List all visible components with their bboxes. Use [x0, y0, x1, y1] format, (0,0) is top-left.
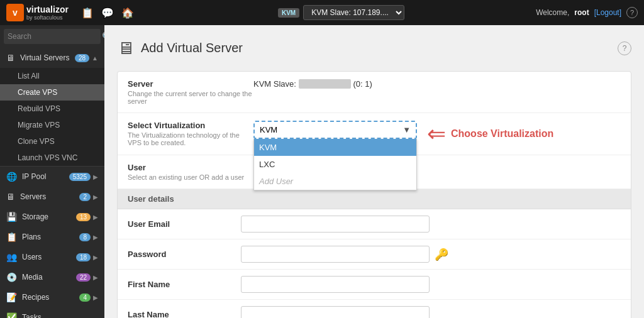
- plans-badge: 8: [79, 233, 91, 241]
- server-hint: Change the current server to change the …: [128, 90, 253, 105]
- media-badge: 22: [76, 273, 91, 282]
- sidebar-item-media[interactable]: 💿 Media 22 ▶: [0, 267, 104, 287]
- new-server-icon[interactable]: 📋: [81, 7, 94, 19]
- sidebar-item-rebuild-vps[interactable]: Rebuild VPS: [0, 101, 104, 117]
- virt-option-add-user: Add User: [254, 173, 416, 190]
- virt-label-col: Select Virtualization The Virtualization…: [128, 121, 253, 146]
- page-help-button[interactable]: ?: [618, 41, 631, 55]
- virt-option-lxc[interactable]: LXC: [254, 156, 416, 173]
- chevron-right-icon: ▶: [93, 214, 98, 221]
- sidebar-item-plans[interactable]: 📋 Plans 8 ▶: [0, 227, 104, 247]
- server-row: Server Change the current server to chan…: [118, 72, 631, 113]
- virt-dropdown-wrapper: KVM ▼ KVM LXC Add User: [253, 121, 417, 139]
- username-text: root: [574, 8, 589, 17]
- user-label: User: [128, 163, 253, 172]
- tasks-icon: ✅: [6, 312, 17, 318]
- chevron-right-icon: ▶: [93, 254, 98, 261]
- chevron-right-icon: ▶: [93, 234, 98, 241]
- annotation-text: Choose Virtualization: [451, 128, 553, 140]
- sidebar-item-migrate-vps[interactable]: Migrate VPS: [0, 117, 104, 133]
- virt-dropdown-open: KVM LXC Add User: [253, 139, 417, 190]
- virt-hint: The Virtualizationn technology of the VP…: [128, 131, 253, 146]
- last-name-input[interactable]: [241, 306, 430, 318]
- last-name-row: Last Name: [118, 300, 631, 318]
- server-label: Server: [128, 79, 253, 89]
- user-hint: Select an existing user OR add a user: [128, 173, 253, 181]
- generate-password-icon[interactable]: 🔑: [435, 248, 448, 261]
- last-name-label: Last Name: [128, 310, 241, 318]
- user-email-label: User Email: [128, 219, 241, 229]
- sidebar-item-servers[interactable]: 🖥 Servers 2 ▶: [0, 187, 104, 207]
- navbar: v virtualizor by softaculous 📋 💬 🏠 KVM K…: [0, 0, 644, 25]
- password-label: Password: [128, 249, 241, 259]
- storage-label: Storage: [22, 212, 76, 221]
- sidebar-section-virtual-servers: 🖥 Virtual Servers 28 ▲ List All Create V…: [0, 48, 104, 167]
- recipes-icon: 📝: [6, 292, 17, 302]
- form-section: Server Change the current server to chan…: [117, 71, 631, 318]
- brand-sub: by softaculous: [26, 14, 69, 21]
- sidebar-item-ip-pool[interactable]: 🌐 IP Pool 5325 ▶: [0, 167, 104, 187]
- virt-control-col: KVM ▼ KVM LXC Add User ⇐ Choose Vir: [253, 121, 621, 147]
- storage-icon: 💾: [6, 212, 17, 222]
- chevron-up-icon: ▲: [92, 55, 98, 62]
- welcome-text: Welcome,: [536, 8, 569, 17]
- logo-icon: v: [6, 4, 24, 21]
- sidebar: 🔍 🖥 Virtual Servers 28 ▲ List All Create…: [0, 25, 104, 318]
- help-icon[interactable]: ?: [626, 7, 638, 18]
- server-type-badge: KVM: [278, 8, 299, 18]
- servers-icon: 🖥: [6, 192, 15, 202]
- server-value-col: KVM Slave: (0: 1): [253, 79, 621, 89]
- server-selector: KVM KVM Slave: 107.189....: [147, 5, 536, 20]
- recipes-label: Recipes: [22, 293, 79, 302]
- page-title-area: 🖥 Add Virtual Server: [117, 38, 243, 58]
- recipes-badge: 4: [79, 293, 91, 302]
- page-title: Add Virtual Server: [141, 41, 243, 55]
- sidebar-item-launch-vps-vnc[interactable]: Launch VPS VNC: [0, 150, 104, 166]
- sidebar-item-create-vps[interactable]: Create VPS: [0, 84, 104, 101]
- virtual-servers-icon: 🖥: [6, 53, 15, 63]
- navbar-right: Welcome, root [Logout] ?: [536, 7, 638, 18]
- sidebar-item-recipes[interactable]: 📝 Recipes 4 ▶: [0, 287, 104, 307]
- server-blurred: [299, 79, 351, 89]
- chevron-right-icon: ▶: [93, 274, 98, 281]
- users-icon: 👥: [6, 252, 17, 262]
- logout-button[interactable]: [Logout]: [594, 8, 621, 17]
- sidebar-item-storage[interactable]: 💾 Storage 13 ▶: [0, 207, 104, 227]
- chevron-right-icon: ▶: [93, 173, 98, 180]
- media-label: Media: [22, 273, 76, 282]
- user-details-header: User details: [118, 189, 631, 209]
- ip-pool-badge: 5325: [69, 173, 91, 181]
- content-area: 🖥 Add Virtual Server ? Server Change the…: [104, 25, 644, 318]
- plans-label: Plans: [22, 233, 79, 241]
- search-input[interactable]: [8, 32, 102, 41]
- chevron-right-icon: ▶: [93, 194, 98, 200]
- sidebar-item-clone-vps[interactable]: Clone VPS: [0, 133, 104, 150]
- ip-pool-label: IP Pool: [22, 172, 69, 181]
- servers-badge: 2: [79, 193, 91, 201]
- home-icon[interactable]: 🏠: [121, 7, 134, 19]
- sidebar-item-list-all[interactable]: List All: [0, 68, 104, 84]
- message-icon[interactable]: 💬: [101, 7, 114, 19]
- virtual-servers-label: Virtual Servers: [20, 53, 75, 62]
- ip-pool-icon: 🌐: [6, 172, 17, 182]
- users-label: Users: [22, 253, 76, 261]
- page-title-icon: 🖥: [117, 38, 135, 58]
- first-name-input[interactable]: [241, 276, 430, 293]
- user-email-input[interactable]: [241, 216, 430, 233]
- sidebar-item-tasks[interactable]: ✅ Tasks: [0, 307, 104, 318]
- server-info: KVM Slave: (0: 1): [253, 79, 372, 89]
- server-wrapper: KVM KVM Slave: 107.189....: [278, 5, 404, 20]
- navbar-icons: 📋 💬 🏠: [81, 7, 134, 19]
- virt-select-display[interactable]: KVM ▼: [253, 121, 417, 139]
- virtualization-row: Select Virtualization The Virtualization…: [118, 113, 631, 155]
- servers-label: Servers: [20, 192, 79, 201]
- virt-option-kvm[interactable]: KVM: [254, 139, 416, 156]
- server-dropdown[interactable]: KVM Slave: 107.189....: [303, 5, 404, 20]
- virtual-servers-badge: 28: [75, 54, 89, 62]
- main-layout: 🔍 🖥 Virtual Servers 28 ▲ List All Create…: [0, 25, 644, 318]
- sidebar-item-users[interactable]: 👥 Users 18 ▶: [0, 247, 104, 267]
- brand-name: virtualizor: [26, 4, 69, 14]
- password-input[interactable]: [241, 246, 430, 263]
- virtual-servers-sub-items: List All Create VPS Rebuild VPS Migrate …: [0, 68, 104, 166]
- sidebar-section-header-virtual-servers[interactable]: 🖥 Virtual Servers 28 ▲: [0, 48, 104, 68]
